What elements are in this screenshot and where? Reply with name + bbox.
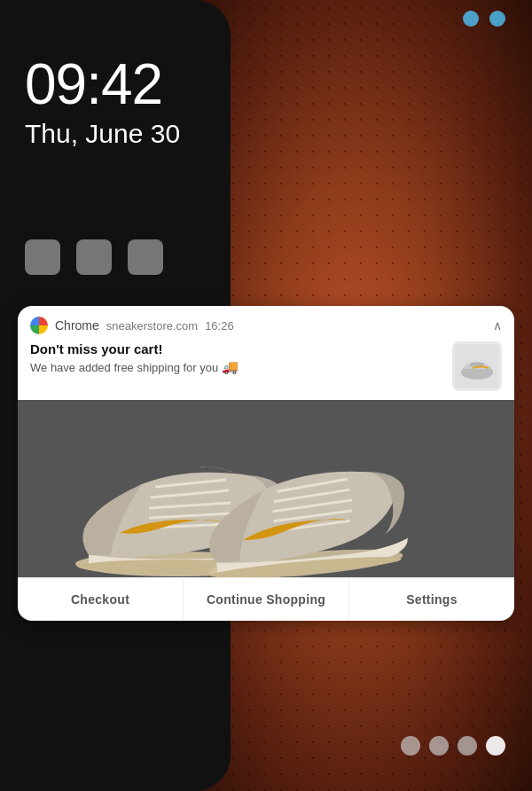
- page-dot-4[interactable]: [486, 736, 505, 756]
- chrome-icon: [30, 317, 48, 334]
- notif-thumbnail: [452, 341, 502, 391]
- notif-message-text: We have added free shipping for you: [30, 361, 218, 374]
- signal-icon: [489, 11, 505, 27]
- notification-header: Chrome sneakerstore.com 16:26 ∧: [18, 306, 514, 340]
- status-bar: [463, 11, 505, 27]
- wifi-icon: [463, 11, 479, 27]
- page-dot-2[interactable]: [429, 736, 449, 756]
- app-name: Chrome: [55, 318, 99, 333]
- lock-dot-3: [128, 239, 163, 275]
- settings-button[interactable]: Settings: [349, 578, 514, 621]
- page-dot-1[interactable]: [401, 736, 420, 756]
- bottom-pagination: [401, 736, 505, 756]
- notif-time: 16:26: [205, 319, 234, 333]
- notif-text-area: Don't miss your cart! We have added free…: [30, 341, 443, 375]
- checkout-button[interactable]: Checkout: [18, 578, 184, 621]
- continue-shopping-button[interactable]: Continue Shopping: [184, 578, 349, 621]
- sneaker-svg-container: [18, 400, 514, 577]
- lock-dot-1: [25, 239, 60, 275]
- expand-icon[interactable]: ∧: [493, 318, 502, 333]
- sneaker-image: [18, 400, 514, 577]
- notification-actions: Checkout Continue Shopping Settings: [18, 577, 514, 621]
- notif-source: sneakerstore.com: [106, 319, 198, 333]
- clock-time: 09:42: [25, 53, 180, 115]
- lockscreen-info: 09:42 Thu, June 30: [25, 53, 180, 149]
- notif-message: We have added free shipping for you 🚚: [30, 359, 443, 375]
- clock-date: Thu, June 30: [25, 119, 180, 149]
- notification-body: Don't miss your cart! We have added free…: [18, 340, 514, 400]
- notif-title: Don't miss your cart!: [30, 341, 443, 356]
- truck-emoji: 🚚: [222, 359, 239, 375]
- lock-dot-2: [76, 239, 112, 275]
- notification-card: Chrome sneakerstore.com 16:26 ∧ Don't mi…: [18, 306, 514, 621]
- lock-dots: [25, 239, 163, 275]
- page-dot-3[interactable]: [458, 736, 477, 756]
